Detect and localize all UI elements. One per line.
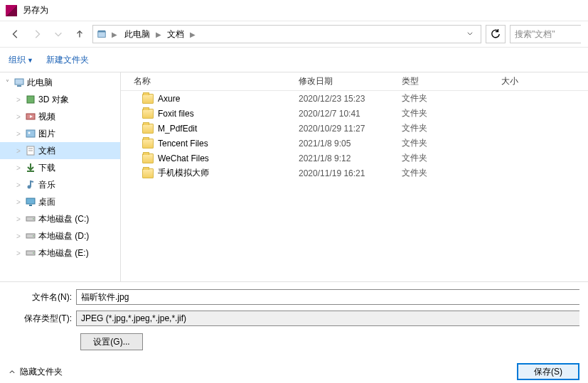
file-name: Axure	[158, 94, 180, 104]
svg-rect-0	[98, 32, 106, 38]
svg-point-8	[28, 132, 31, 134]
app-icon	[6, 5, 17, 16]
tree-item-本地磁盘 (D:)[interactable]: >本地磁盘 (D:)	[0, 227, 120, 244]
up-button[interactable]	[71, 26, 88, 43]
save-button[interactable]: 保存(S)	[517, 363, 579, 380]
desktop-icon	[25, 196, 36, 207]
col-type[interactable]: 类型	[402, 72, 501, 90]
tree-item-label: 3D 对象	[38, 94, 69, 106]
file-size	[501, 136, 558, 151]
file-date: 2021/1/8 9:05	[299, 136, 402, 151]
hide-folders-toggle[interactable]: 隐藏文件夹	[9, 366, 63, 378]
file-name: 手机模拟大师	[158, 167, 209, 179]
tree-twisty-icon[interactable]: >	[14, 113, 23, 121]
folder-tree[interactable]: ˅此电脑>3D 对象>视频>图片>文档>下载>音乐>桌面>本地磁盘 (C:)>本…	[0, 72, 121, 281]
disk-icon	[25, 247, 36, 259]
tree-twisty-icon[interactable]: >	[14, 198, 23, 206]
footer: 隐藏文件夹 保存(S)	[0, 359, 588, 383]
svg-rect-7	[26, 130, 35, 137]
file-date: 2020/11/19 16:21	[299, 166, 402, 180]
tree-item-本地磁盘 (C:)[interactable]: >本地磁盘 (C:)	[0, 210, 120, 227]
file-date: 2020/10/29 11:27	[299, 121, 402, 136]
file-row[interactable]: Axure2020/12/23 15:23文件夹	[121, 91, 588, 106]
nav-bar: ▶ 此电脑 ▶ 文档 ▶ 搜索"文档"	[0, 21, 588, 47]
search-input[interactable]: 搜索"文档"	[510, 25, 581, 43]
svg-rect-1	[98, 31, 106, 33]
recent-dropdown[interactable]	[50, 26, 67, 43]
tree-item-此电脑[interactable]: ˅此电脑	[0, 74, 120, 91]
window-title: 另存为	[23, 4, 48, 16]
breadcrumb-item[interactable]: 文档	[164, 27, 187, 42]
file-name: Foxit files	[158, 109, 194, 119]
file-type: 文件夹	[402, 151, 501, 166]
col-name[interactable]: 名称	[121, 72, 299, 90]
tree-twisty-icon[interactable]: ˅	[3, 79, 11, 87]
tree-twisty-icon[interactable]: >	[14, 164, 23, 172]
music-icon	[25, 179, 36, 190]
file-date: 2020/12/7 10:41	[299, 106, 402, 121]
chevron-right-icon: ▶	[188, 31, 197, 38]
3d-icon	[25, 94, 36, 105]
tree-item-图片[interactable]: >图片	[0, 125, 120, 142]
tree-twisty-icon[interactable]: >	[14, 232, 23, 240]
file-size	[501, 91, 558, 106]
chevron-right-icon: ▶	[110, 31, 119, 38]
address-dropdown[interactable]	[462, 30, 478, 38]
tree-twisty-icon[interactable]: >	[14, 249, 23, 257]
main-area: ˅此电脑>3D 对象>视频>图片>文档>下载>音乐>桌面>本地磁盘 (C:)>本…	[0, 72, 588, 281]
tree-item-文档[interactable]: >文档	[0, 142, 120, 159]
refresh-button[interactable]	[486, 25, 506, 43]
forward-button[interactable]	[28, 26, 46, 43]
tree-item-label: 文档	[38, 145, 55, 157]
new-folder-button[interactable]: 新建文件夹	[46, 54, 89, 66]
tree-twisty-icon[interactable]: >	[14, 130, 23, 138]
file-name: M_PdfEdit	[158, 124, 197, 134]
chevron-right-icon: ▶	[154, 31, 163, 38]
col-date[interactable]: 修改日期	[299, 72, 402, 90]
col-size[interactable]: 大小	[501, 72, 558, 90]
address-bar[interactable]: ▶ 此电脑 ▶ 文档 ▶	[92, 25, 481, 43]
tree-item-下载[interactable]: >下载	[0, 159, 120, 176]
filetype-dropdown[interactable]: JPEG (*.jpg,*.jpeg,*.jpe,*.jif)	[76, 311, 579, 326]
breadcrumb-item[interactable]: 此电脑	[122, 27, 153, 42]
file-row[interactable]: Tencent Files2021/1/8 9:05文件夹	[121, 136, 588, 151]
tree-twisty-icon[interactable]: >	[14, 215, 23, 223]
tree-item-桌面[interactable]: >桌面	[0, 193, 120, 210]
folder-icon	[142, 168, 154, 178]
svg-rect-14	[26, 198, 35, 204]
filename-label: 文件名(N):	[9, 291, 76, 303]
video-icon	[25, 111, 36, 122]
chevron-up-icon	[9, 368, 16, 375]
settings-button[interactable]: 设置(G)...	[80, 333, 143, 350]
tree-twisty-icon[interactable]: >	[14, 96, 23, 104]
tree-item-label: 本地磁盘 (E:)	[38, 247, 89, 259]
tree-item-本地磁盘 (E:)[interactable]: >本地磁盘 (E:)	[0, 244, 120, 261]
folder-icon	[142, 94, 154, 104]
search-placeholder: 搜索"文档"	[515, 28, 555, 41]
tree-item-label: 下载	[38, 162, 55, 174]
svg-rect-15	[29, 205, 32, 206]
tree-item-音乐[interactable]: >音乐	[0, 176, 120, 193]
tree-item-3D 对象[interactable]: >3D 对象	[0, 91, 120, 108]
file-name: Tencent Files	[158, 139, 208, 149]
tree-twisty-icon[interactable]: >	[14, 181, 23, 189]
file-size	[501, 121, 558, 136]
toolbar: 组织▼ 新建文件夹	[0, 47, 588, 72]
tree-item-label: 音乐	[38, 179, 55, 191]
file-row[interactable]: M_PdfEdit2020/10/29 11:27文件夹	[121, 121, 588, 136]
tree-item-label: 此电脑	[27, 77, 53, 89]
file-type: 文件夹	[402, 121, 501, 136]
filename-input[interactable]	[76, 289, 579, 305]
column-headers: 名称 修改日期 类型 大小	[121, 72, 588, 91]
file-row[interactable]: WeChat Files2021/1/8 9:12文件夹	[121, 151, 588, 166]
tree-twisty-icon[interactable]: >	[14, 147, 23, 155]
folder-icon	[142, 124, 154, 134]
file-row[interactable]: Foxit files2020/12/7 10:41文件夹	[121, 106, 588, 121]
tree-item-视频[interactable]: >视频	[0, 108, 120, 125]
back-button[interactable]	[7, 26, 24, 43]
svg-rect-2	[15, 79, 23, 85]
tree-item-label: 视频	[38, 111, 55, 123]
file-row[interactable]: 手机模拟大师2020/11/19 16:21文件夹	[121, 166, 588, 180]
organize-menu[interactable]: 组织▼	[9, 54, 33, 66]
save-form: 文件名(N): 保存类型(T): JPEG (*.jpg,*.jpeg,*.jp…	[0, 282, 588, 359]
